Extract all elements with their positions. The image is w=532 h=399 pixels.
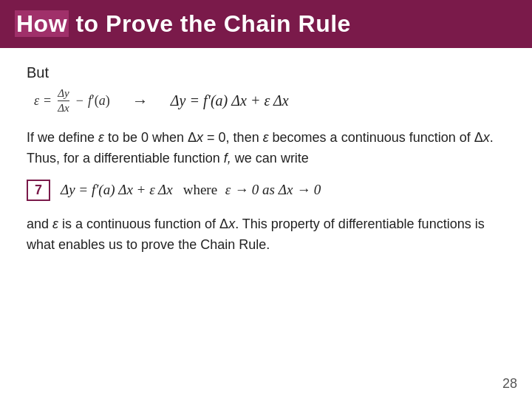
arrow-symbol: → xyxy=(132,92,149,111)
slide-number: 28 xyxy=(502,376,517,392)
epsilon-fraction-formula: ε = Δy Δx − f′(a) xyxy=(34,87,110,115)
title-how: How xyxy=(15,10,69,37)
slide-header: How to Prove the Chain Rule xyxy=(0,0,532,48)
paragraph-2: and ε is a continuous function of Δx. Th… xyxy=(27,214,505,256)
epsilon-condition: ε → 0 as Δx → 0 xyxy=(222,182,321,198)
formula-row: ε = Δy Δx − f′(a) → Δy = f′(a) Δx + ε Δx xyxy=(34,87,505,115)
where-label: where xyxy=(183,182,217,198)
equation-row: 7 Δy = f′(a) Δx + ε Δx where ε → 0 as Δx… xyxy=(27,180,505,201)
title-rest: to Prove the Chain Rule xyxy=(69,10,351,37)
equation-box-number: 7 xyxy=(27,180,50,201)
delta-y-formula: Δy = f′(a) Δx + ε Δx xyxy=(171,92,289,109)
paragraph-1: If we define ε to be 0 when Δx = 0, then… xyxy=(27,128,505,169)
slide: How to Prove the Chain Rule But ε = Δy Δ… xyxy=(0,0,532,399)
main-equation: Δy = f′(a) Δx + ε Δx where ε → 0 as Δx →… xyxy=(61,182,321,198)
fraction: Δy Δx xyxy=(58,87,69,115)
slide-title: How to Prove the Chain Rule xyxy=(15,10,351,38)
but-label: But xyxy=(27,64,505,81)
slide-content: But ε = Δy Δx − f′(a) → Δy = f′(a) Δx + … xyxy=(0,48,532,399)
